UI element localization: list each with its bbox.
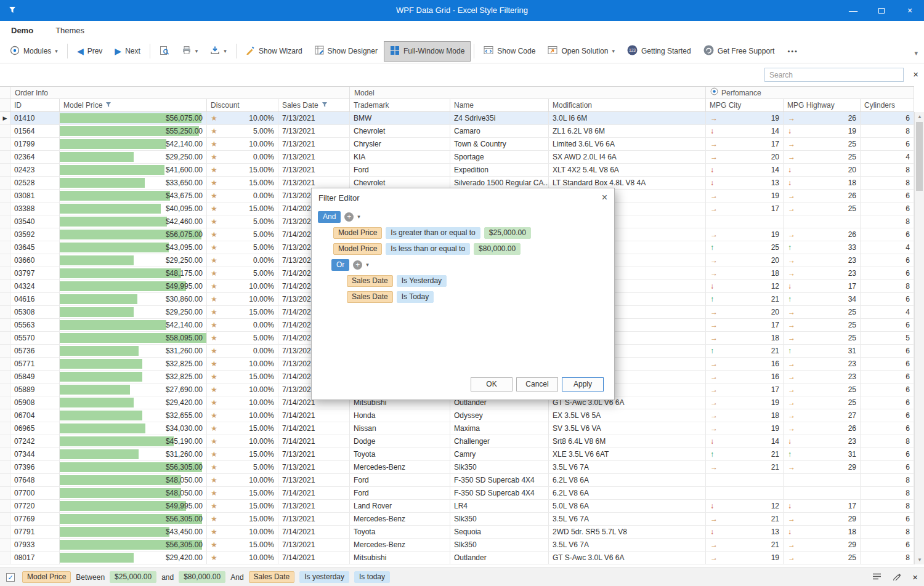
cell-id[interactable]: 08017 bbox=[10, 552, 60, 564]
cell-mpg-highway[interactable]: → 25 bbox=[784, 138, 861, 150]
cell-modification[interactable]: 3.5L V6 7A bbox=[549, 461, 706, 473]
cell-sales-date[interactable]: 7/13/2021 bbox=[278, 461, 350, 473]
cell-cylinders[interactable]: 4 bbox=[861, 241, 914, 254]
filter-condition-chip[interactable]: Is today bbox=[354, 571, 390, 583]
edit-filter-pencil-icon[interactable] bbox=[893, 572, 901, 582]
cell-discount[interactable]: ★ 10.00% bbox=[207, 409, 278, 422]
cell-trademark[interactable]: Mitsubishi bbox=[350, 552, 450, 564]
apply-button[interactable]: Apply bbox=[562, 377, 604, 391]
cell-name[interactable]: Town & Country bbox=[450, 138, 549, 150]
cell-discount[interactable]: ★ 5.00% bbox=[207, 125, 278, 137]
prev-button[interactable]: ◀ Prev bbox=[71, 42, 108, 60]
table-row[interactable]: 06965 $34,030.00 ★ 15.00% 7/14/2021 Niss… bbox=[0, 422, 914, 435]
cell-cylinders[interactable]: 6 bbox=[861, 383, 914, 396]
cell-modification[interactable]: GT S-Awc 3.0L V6 6A bbox=[549, 552, 706, 564]
cell-sales-date[interactable]: 7/13/2021 bbox=[278, 539, 350, 551]
show-wizard-button[interactable]: Show Wizard bbox=[240, 41, 309, 61]
cell-model-price[interactable]: $29,250.00 bbox=[60, 306, 207, 318]
cell-discount[interactable]: ★ 10.00% bbox=[207, 435, 278, 448]
cell-id[interactable]: 07720 bbox=[10, 500, 60, 512]
cell-mpg-city[interactable] bbox=[706, 487, 784, 499]
cell-mpg-city[interactable]: → 21 bbox=[706, 461, 784, 473]
cell-mpg-highway[interactable]: ↑ 33 bbox=[784, 241, 861, 254]
cell-discount[interactable]: ★ 15.00% bbox=[207, 203, 278, 215]
dialog-title-bar[interactable]: Filter Editor × bbox=[312, 188, 614, 207]
cell-mpg-highway[interactable]: → 23 bbox=[784, 267, 861, 279]
cell-model-price[interactable]: $56,075.00 bbox=[60, 228, 207, 241]
show-code-button[interactable]: Show Code bbox=[477, 41, 541, 61]
close-filter-icon[interactable]: × bbox=[912, 572, 918, 582]
cell-discount[interactable]: ★ 15.00% bbox=[207, 422, 278, 435]
cell-model-price[interactable]: $40,095.00 bbox=[60, 203, 207, 215]
cell-mpg-city[interactable]: → 20 bbox=[706, 306, 784, 318]
header-mpg-city[interactable]: MPG City bbox=[706, 99, 784, 112]
cell-mpg-city[interactable]: → 19 bbox=[706, 112, 784, 124]
condition-value[interactable]: $80,000.00 bbox=[474, 243, 521, 255]
cell-id[interactable]: 07648 bbox=[10, 474, 60, 486]
cell-model-price[interactable]: $32,655.00 bbox=[60, 409, 207, 422]
table-row[interactable]: 02364 $29,250.00 ★ 0.00% 7/13/2021 KIA S… bbox=[0, 151, 914, 164]
cell-mpg-highway[interactable]: → 29 bbox=[784, 461, 861, 473]
cell-id[interactable]: 05849 bbox=[10, 371, 60, 383]
add-condition-icon[interactable]: + bbox=[353, 260, 362, 270]
cell-cylinders[interactable]: 8 bbox=[861, 500, 914, 512]
cell-mpg-highway[interactable]: → 26 bbox=[784, 190, 861, 202]
cell-discount[interactable]: ★ 15.00% bbox=[207, 371, 278, 383]
cell-trademark[interactable]: Chrysler bbox=[350, 138, 450, 150]
cell-sales-date[interactable]: 7/13/2021 bbox=[278, 448, 350, 460]
cell-mpg-city[interactable]: → 17 bbox=[706, 138, 784, 150]
cell-id[interactable]: 05908 bbox=[10, 396, 60, 409]
cell-sales-date[interactable]: 7/13/2021 bbox=[278, 138, 350, 150]
filter-funnel-icon[interactable] bbox=[105, 99, 111, 111]
cell-name[interactable]: Challenger bbox=[450, 435, 549, 448]
cell-mpg-highway[interactable]: ↑ 31 bbox=[784, 448, 861, 460]
cell-mpg-city[interactable]: → 16 bbox=[706, 358, 784, 370]
cell-model-price[interactable]: $29,420.00 bbox=[60, 396, 207, 409]
cell-trademark[interactable]: Ford bbox=[350, 474, 450, 486]
cell-mpg-city[interactable]: → 17 bbox=[706, 319, 784, 331]
cell-model-price[interactable]: $56,305.00 bbox=[60, 461, 207, 473]
cell-cylinders[interactable]: 6 bbox=[861, 396, 914, 409]
cell-id[interactable]: 01410 bbox=[10, 112, 60, 124]
table-row[interactable]: 01564 $55,250.00 ★ 5.00% 7/13/2021 Chevr… bbox=[0, 125, 914, 138]
cell-model-price[interactable]: $56,075.00 bbox=[60, 112, 207, 124]
cell-discount[interactable]: ★ 10.00% bbox=[207, 383, 278, 396]
cell-cylinders[interactable]: 8 bbox=[861, 215, 914, 228]
cell-model-price[interactable]: $56,305.00 bbox=[60, 513, 207, 525]
cell-sales-date[interactable]: 7/13/2021 bbox=[278, 500, 350, 512]
cell-id[interactable]: 07242 bbox=[10, 435, 60, 448]
cell-cylinders[interactable]: 6 bbox=[861, 448, 914, 460]
cell-id[interactable]: 05889 bbox=[10, 383, 60, 396]
cell-mpg-city[interactable]: ↓ 13 bbox=[706, 526, 784, 538]
cell-modification[interactable]: SX AWD 2.0L I4 6A bbox=[549, 151, 706, 163]
cell-mpg-city[interactable] bbox=[706, 474, 784, 486]
cell-id[interactable]: 04324 bbox=[10, 280, 60, 292]
condition-value[interactable]: $25,000.00 bbox=[484, 227, 531, 239]
condition-field[interactable]: Sales Date bbox=[347, 275, 393, 287]
cell-name[interactable]: Odyssey bbox=[450, 409, 549, 422]
cell-mpg-city[interactable]: → 18 bbox=[706, 409, 784, 422]
get-free-support-button[interactable]: Get Free Support bbox=[697, 41, 781, 62]
cell-cylinders[interactable]: 6 bbox=[861, 228, 914, 241]
cell-model-price[interactable]: $43,095.00 bbox=[60, 241, 207, 254]
cell-mpg-highway[interactable]: → 26 bbox=[784, 228, 861, 241]
search-close-icon[interactable]: × bbox=[913, 69, 918, 80]
cell-discount[interactable]: ★ 0.00% bbox=[207, 254, 278, 267]
cell-cylinders[interactable]: 6 bbox=[861, 422, 914, 435]
cell-modification[interactable]: 3.5L V6 7A bbox=[549, 513, 706, 525]
cell-model-price[interactable]: $55,250.00 bbox=[60, 125, 207, 137]
cell-id[interactable]: 03388 bbox=[10, 203, 60, 215]
cell-model-price[interactable]: $48,050.00 bbox=[60, 487, 207, 499]
cell-name[interactable]: Expedition bbox=[450, 164, 549, 176]
header-discount[interactable]: Discount bbox=[207, 99, 278, 112]
cell-cylinders[interactable]: 8 bbox=[861, 177, 914, 189]
cell-name[interactable]: F-350 SD Supercab 4X4 bbox=[450, 487, 549, 499]
chevron-down-icon[interactable]: ▾ bbox=[357, 214, 360, 220]
cell-mpg-city[interactable]: → 21 bbox=[706, 513, 784, 525]
cell-name[interactable]: Camry bbox=[450, 448, 549, 460]
cell-name[interactable]: Slk350 bbox=[450, 513, 549, 525]
cell-discount[interactable]: ★ 5.00% bbox=[207, 332, 278, 344]
cell-model-price[interactable]: $34,030.00 bbox=[60, 422, 207, 435]
cell-id[interactable]: 03645 bbox=[10, 241, 60, 254]
cell-modification[interactable]: LT Standard Box 4.8L V8 4A bbox=[549, 177, 706, 189]
